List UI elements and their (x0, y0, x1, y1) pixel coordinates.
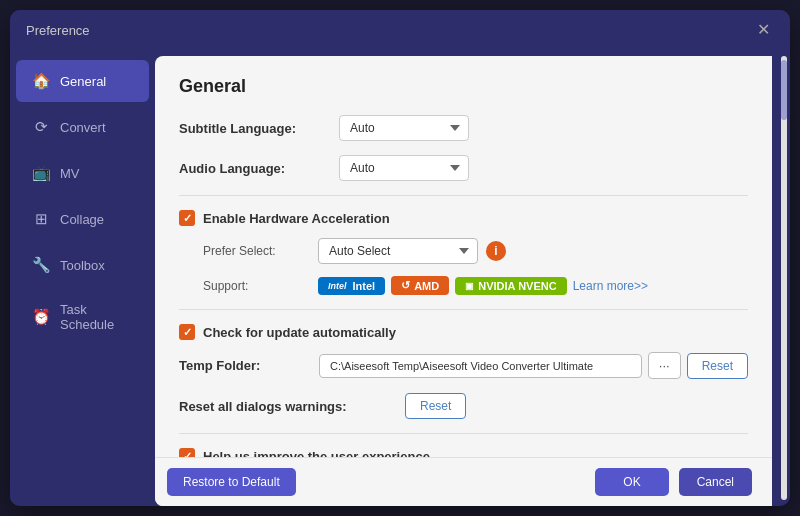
main-panel: General Subtitle Language: Auto English … (155, 50, 790, 506)
support-label: Support: (203, 279, 318, 293)
audio-language-row: Audio Language: Auto English Chinese (179, 155, 748, 181)
sidebar-label-toolbox: Toolbox (60, 258, 105, 273)
nvidia-icon: ▣ (465, 281, 474, 291)
prefer-select-row: Prefer Select: Auto Select Intel AMD NVI… (179, 238, 748, 264)
dialog-title: Preference (26, 23, 90, 38)
intel-label: Intel (353, 280, 376, 292)
sidebar-label-convert: Convert (60, 120, 106, 135)
info-icon[interactable]: i (486, 241, 506, 261)
intel-chip: Intel Intel (318, 277, 385, 295)
nvidia-chip: ▣ NVIDIA NVENC (455, 277, 566, 295)
sidebar-item-toolbox[interactable]: 🔧 Toolbox (16, 244, 149, 286)
hardware-acceleration-checkbox[interactable] (179, 210, 195, 226)
prefer-select-label: Prefer Select: (203, 244, 318, 258)
home-icon: 🏠 (32, 72, 50, 90)
amd-refresh-icon: ↺ (401, 279, 410, 292)
sidebar-item-mv[interactable]: 📺 MV (16, 152, 149, 194)
task-schedule-icon: ⏰ (32, 308, 50, 326)
intel-icon: Intel (328, 281, 347, 291)
reset-dialogs-label: Reset all dialogs warnings: (179, 399, 399, 414)
temp-folder-label: Temp Folder: (179, 358, 319, 373)
sidebar-item-collage[interactable]: ⊞ Collage (16, 198, 149, 240)
sidebar-item-task-schedule[interactable]: ⏰ Task Schedule (16, 290, 149, 344)
hardware-acceleration-row: Enable Hardware Acceleration (179, 210, 748, 226)
hardware-acceleration-label: Enable Hardware Acceleration (203, 211, 390, 226)
amd-chip: ↺ AMD (391, 276, 449, 295)
sidebar-label-mv: MV (60, 166, 80, 181)
subtitle-language-row: Subtitle Language: Auto English Chinese (179, 115, 748, 141)
nvidia-label: NVIDIA NVENC (478, 280, 556, 292)
footer: Restore to Default OK Cancel (155, 457, 772, 506)
sidebar-item-convert[interactable]: ⟳ Convert (16, 106, 149, 148)
divider-2 (179, 309, 748, 310)
collage-icon: ⊞ (32, 210, 50, 228)
sidebar-label-collage: Collage (60, 212, 104, 227)
main-content: General Subtitle Language: Auto English … (155, 56, 772, 506)
divider-1 (179, 195, 748, 196)
main-inner: General Subtitle Language: Auto English … (155, 56, 772, 457)
restore-default-button[interactable]: Restore to Default (167, 468, 296, 496)
check-update-label: Check for update automatically (203, 325, 396, 340)
amd-label: AMD (414, 280, 439, 292)
prefer-select-dropdown[interactable]: Auto Select Intel AMD NVIDIA NVENC (318, 238, 478, 264)
content-area: 🏠 General ⟳ Convert 📺 MV ⊞ Collage 🔧 Too… (10, 50, 790, 506)
temp-folder-path: C:\Aiseesoft Temp\Aiseesoft Video Conver… (319, 354, 642, 378)
reset-temp-button[interactable]: Reset (687, 353, 748, 379)
subtitle-language-label: Subtitle Language: (179, 121, 339, 136)
help-improve-row: Help us improve the user experience (179, 448, 748, 457)
learn-more-link[interactable]: Learn more>> (573, 279, 648, 293)
help-improve-label: Help us improve the user experience (203, 449, 430, 458)
section-title: General (179, 76, 748, 97)
convert-icon: ⟳ (32, 118, 50, 136)
sidebar-label-task-schedule: Task Schedule (60, 302, 133, 332)
help-improve-checkbox[interactable] (179, 448, 195, 457)
sidebar-label-general: General (60, 74, 106, 89)
check-update-row: Check for update automatically (179, 324, 748, 340)
reset-dialogs-row: Reset all dialogs warnings: Reset (179, 393, 748, 419)
title-bar: Preference ✕ (10, 10, 790, 50)
check-update-checkbox[interactable] (179, 324, 195, 340)
browse-button[interactable]: ··· (648, 352, 681, 379)
scrollbar-track (781, 56, 787, 500)
reset-dialogs-button[interactable]: Reset (405, 393, 466, 419)
subtitle-language-select[interactable]: Auto English Chinese (339, 115, 469, 141)
sidebar-item-general[interactable]: 🏠 General (16, 60, 149, 102)
mv-icon: 📺 (32, 164, 50, 182)
ok-button[interactable]: OK (595, 468, 668, 496)
support-row: Support: Intel Intel ↺ AMD ▣ NVIDIA NVEN… (179, 276, 748, 295)
scrollbar-thumb[interactable] (781, 60, 787, 120)
cancel-button[interactable]: Cancel (679, 468, 752, 496)
toolbox-icon: 🔧 (32, 256, 50, 274)
preference-dialog: Preference ✕ 🏠 General ⟳ Convert 📺 MV ⊞ … (10, 10, 790, 506)
footer-actions: OK Cancel (595, 468, 752, 496)
temp-folder-row: Temp Folder: C:\Aiseesoft Temp\Aiseesoft… (179, 352, 748, 379)
divider-3 (179, 433, 748, 434)
close-button[interactable]: ✕ (753, 20, 774, 40)
audio-language-label: Audio Language: (179, 161, 339, 176)
audio-language-select[interactable]: Auto English Chinese (339, 155, 469, 181)
sidebar: 🏠 General ⟳ Convert 📺 MV ⊞ Collage 🔧 Too… (10, 50, 155, 506)
